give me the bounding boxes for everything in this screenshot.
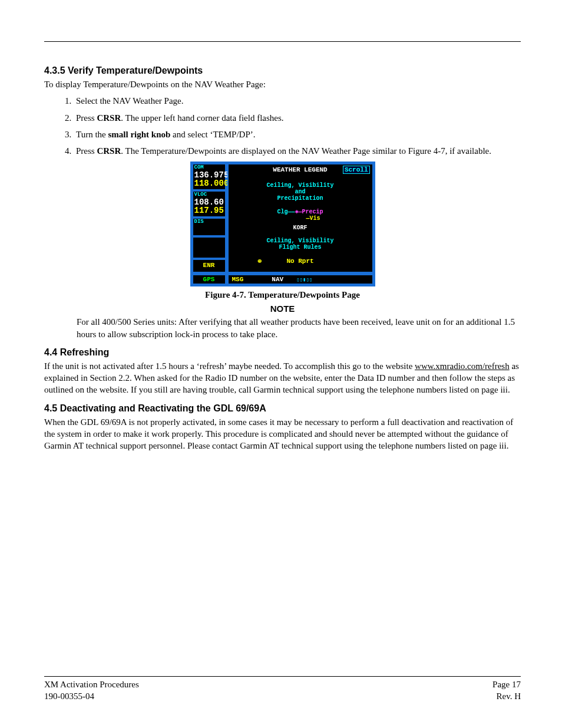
scroll-indicator: Scroll (343, 166, 370, 174)
heading-4-4: 4.4 Refreshing (44, 347, 521, 358)
refresh-link[interactable]: www.xmradio.com/refresh (415, 361, 510, 371)
dis-panel: DIS (192, 218, 226, 236)
enr-panel: ENR (192, 259, 226, 273)
note-body: For all 400/500 Series units: After veri… (77, 316, 521, 340)
figure-caption: Figure 4-7. Temperature/Dewpoints Page (44, 290, 521, 300)
legend-diagram: Clg——✱—Precip —Vis (229, 208, 372, 222)
weather-legend-screen: WEATHER LEGEND Scroll Ceiling, Visibilit… (227, 163, 373, 273)
note-label: NOTE (44, 304, 521, 314)
heading-4-3-5: 4.3.5 Verify Temperature/Dewpoints (44, 65, 521, 76)
msg-indicator: MSG (232, 276, 244, 283)
footer-doc-title: XM Activation Procedures (44, 679, 139, 691)
bottom-bar: MSG NAV ▯▯▮▯▯ (227, 274, 373, 285)
nav-device-figure: COM 136.975 118.000 VLOC 108.60 117.95 D… (190, 162, 375, 286)
station-id: KORF (229, 225, 372, 231)
legend-block-1: Ceiling, Visibility and Precipitation (229, 182, 372, 202)
page-boxes-icon: ▯▯▮▯▯ (296, 276, 312, 283)
body-4-4: If the unit is not activated after 1.5 h… (44, 360, 521, 396)
step-1: Select the NAV Weather Page. (74, 95, 521, 107)
steps-list: Select the NAV Weather Page. Press CRSR.… (44, 95, 521, 157)
nav-indicator: NAV (272, 276, 283, 283)
legend-block-2: Ceiling, Visibility Flight Rules (229, 238, 372, 251)
no-report-label: No Rprt (229, 258, 372, 265)
footer-page: Page 17 (492, 679, 521, 691)
spacer-panel (192, 236, 226, 259)
step-3: Turn the small right knob and select ‘TE… (74, 129, 521, 140)
body-4-5: When the GDL 69/69A is not properly acti… (44, 416, 521, 452)
top-rule (44, 41, 521, 42)
gps-indicator: GPS (192, 274, 226, 285)
step-4: Press CRSR. The Temperature/Dewpoints ar… (74, 145, 521, 157)
step-2: Press CRSR. The upper left hand corner d… (74, 112, 521, 124)
intro-4-3-5: To display Temperature/Dewpoints on the … (44, 78, 521, 90)
page-footer: XM Activation Procedures Page 17 190-003… (44, 676, 521, 702)
footer-rev: Rev. H (496, 691, 521, 703)
vloc-panel: VLOC 108.60 117.95 (192, 190, 226, 218)
com-panel: COM 136.975 118.000 (192, 163, 226, 190)
footer-doc-number: 190-00355-04 (44, 691, 94, 703)
heading-4-5: 4.5 Deactivating and Reactivating the GD… (44, 403, 521, 414)
